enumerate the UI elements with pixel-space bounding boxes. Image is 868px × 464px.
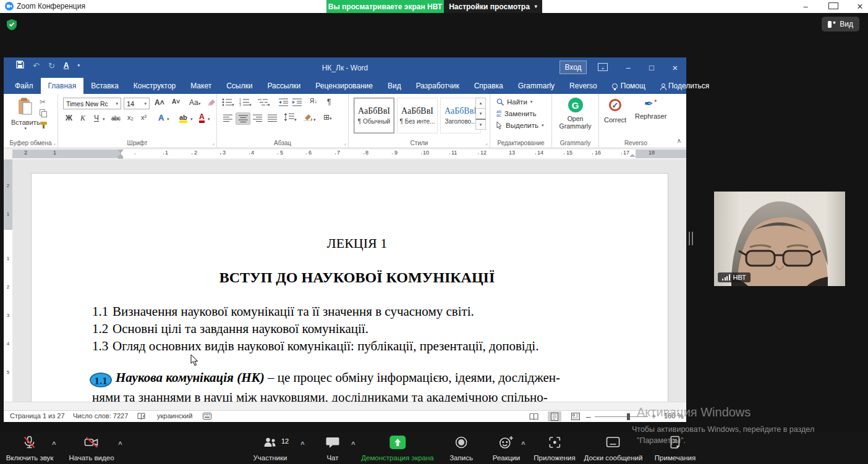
open-grammarly-button[interactable]: G Open Grammarly [552,98,598,130]
horizontal-ruler[interactable]: 21123456789101112131415161718 [4,148,686,159]
chat-button[interactable]: Чат [325,435,340,462]
ribbon-tab-6[interactable]: Ссылки [219,78,260,94]
ribbon-tab-13[interactable]: Reverso [562,78,605,94]
print-layout-button[interactable] [548,411,561,421]
ribbon-tab-10[interactable]: Разработчик [409,78,467,94]
sign-in-button[interactable]: Вход [560,61,587,74]
read-mode-button[interactable] [527,411,540,421]
ribbon-tab-15[interactable]: Поделиться [653,78,717,94]
styles-dialog-launcher[interactable]: ⌟ [485,140,488,146]
proofing-icon[interactable]: ✗ [137,413,145,421]
cut-button[interactable]: ✂ [40,98,46,106]
left-indent-marker[interactable] [118,157,123,159]
view-layout-button[interactable]: Вид [822,17,859,32]
customize-qat-button[interactable]: ▾ [77,63,80,68]
font-color-button[interactable]: А [199,114,205,123]
zoom-in-button[interactable]: + [652,412,656,421]
clipboard-dialog-launcher[interactable]: ⌟ [53,140,56,146]
line-spacing-button[interactable]: ▾ [284,113,297,123]
styles-scroll-up-button[interactable]: ▴ [475,98,486,109]
ribbon-tab-5[interactable]: Макет [183,78,219,94]
security-shield-icon[interactable] [7,19,17,33]
underline-button[interactable]: Ч [94,114,99,122]
paragraph-dialog-launcher[interactable]: ⌟ [344,140,346,146]
word-maximize-button[interactable]: □ [639,57,664,78]
bullets-button[interactable]: ▾ [222,98,234,108]
save-button[interactable] [16,61,24,70]
grow-font-button[interactable]: A˄ [155,98,164,107]
font-color-qat-button[interactable]: A [64,61,69,70]
document-page[interactable]: ЛЕКЦІЯ 1 ВСТУП ДО НАУКОВОЇ КОМУНІКАЦІЇ 1… [31,173,668,410]
notes-button[interactable]: Примечания [655,435,696,462]
ribbon-tab-12[interactable]: Grammarly [511,78,562,94]
word-minimize-button[interactable]: – [616,57,640,78]
shrink-font-button[interactable]: A˅ [172,98,180,105]
ribbon-tab-14[interactable]: Помощ [605,78,653,94]
ribbon-tab-3[interactable]: Вставка [83,78,126,94]
reactions-button-chevron[interactable]: ∧ [521,440,526,446]
replace-button[interactable]: abac Заменить [496,110,536,117]
start-video-button[interactable]: Начать видео [69,435,114,462]
ribbon-tab-11[interactable]: Справка [467,78,511,94]
copy-button[interactable] [40,109,47,119]
ribbon-tab-2[interactable]: Главная [41,78,84,94]
word-close-button[interactable]: × [663,57,687,78]
collapse-ribbon-button[interactable]: ∧ [677,137,681,144]
shading-button[interactable]: ▾ [304,113,316,123]
view-settings-button[interactable]: Настройки просмотра ▾ [444,0,542,13]
font-size-select[interactable]: 14▾ [124,98,150,109]
mute-button[interactable]: Включить звук [6,435,54,462]
horizontal-scrollbar[interactable] [4,402,686,410]
mute-button-chevron[interactable]: ∧ [51,440,57,446]
align-left-button[interactable] [221,112,234,124]
ribbon-tab-4[interactable]: Конструктор [126,78,183,94]
numbering-button[interactable]: 123▾ [239,98,252,108]
underline-dropdown-icon[interactable]: ▾ [103,117,105,122]
align-center-button[interactable] [236,112,250,125]
text-effects-button[interactable]: A [158,113,164,122]
subscript-button[interactable]: x₂ [127,114,134,121]
highlight-dropdown-icon[interactable]: ▾ [190,117,193,122]
styles-scroll-down-button[interactable]: ▾ [475,108,486,119]
chat-button-chevron[interactable]: ∧ [351,440,356,446]
ribbon-tab-8[interactable]: Рецензирование [308,78,380,94]
style-card-2[interactable]: АаБбВвІ¶ Без инте... [397,98,438,133]
styles-more-button[interactable]: ▾ [475,119,486,130]
rephraser-button[interactable]: ✒✦ Rephraser [635,97,666,120]
bold-button[interactable]: Ж [66,114,72,122]
paste-button[interactable]: Вставить ▾ [11,98,40,131]
word-count[interactable]: Число слов: 7227 [73,412,128,420]
borders-button[interactable]: ⊞▾ [323,113,332,122]
font-color-dropdown-icon[interactable]: ▾ [208,117,210,122]
correct-button[interactable]: ✓ Correct [604,99,626,124]
page-indicator[interactable]: Страница 1 из 27 [10,412,65,420]
web-layout-button[interactable] [569,411,582,421]
text-effects-dropdown-icon[interactable]: ▾ [167,117,169,122]
zoom-slider-track[interactable] [595,416,648,417]
format-painter-button[interactable] [40,121,48,131]
participants-button-chevron[interactable]: ∧ [300,440,305,446]
justify-button[interactable] [265,112,279,124]
apps-button[interactable]: Приложения [534,435,575,462]
zoom-percentage[interactable]: 160 % [663,412,684,420]
share-screen-button[interactable]: Демонстрация экрана [361,435,434,462]
ribbon-tab-7[interactable]: Рассылки [260,78,308,94]
first-line-indent-marker[interactable] [117,150,124,153]
redo-button[interactable]: ↻ [48,61,55,70]
maximize-button[interactable] [828,0,837,13]
zoom-slider-thumb[interactable] [627,413,630,420]
find-button[interactable]: Найти▾ [496,98,532,106]
document-area[interactable]: 2112345 ЛЕКЦІЯ 1 ВСТУП ДО НАУКОВОЇ КОМУН… [4,159,686,410]
keyboard-icon[interactable] [203,413,211,421]
close-button[interactable]: × [856,0,864,13]
change-case-button[interactable]: Aa▾ [189,98,200,107]
show-marks-button[interactable]: ¶ [327,98,331,106]
video-panel-drag-handle[interactable] [689,232,693,245]
whiteboards-button[interactable]: Доски сообщений [584,435,643,462]
ribbon-tab-9[interactable]: Вид [380,78,409,94]
superscript-button[interactable]: x² [141,114,147,121]
style-card-1[interactable]: АаБбВвІ¶ Обычный [354,98,394,133]
minimize-button[interactable]: – [801,0,810,13]
right-indent-marker[interactable] [629,154,636,157]
multilevel-list-button[interactable]: ▾ [258,98,270,108]
